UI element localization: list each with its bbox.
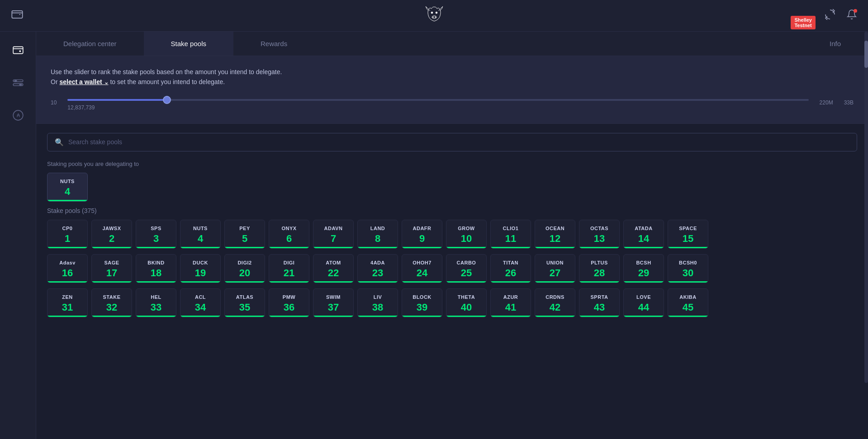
pool-card-adavn[interactable]: ADAVN 7 [313, 220, 354, 249]
delegating-pool-cards: NUTS 4 [47, 173, 857, 202]
pool-card-bcsh[interactable]: BCSH 29 [623, 254, 664, 283]
pool-card-acl[interactable]: ACL 34 [180, 288, 221, 317]
svg-point-1 [431, 12, 433, 14]
pool-card-octas[interactable]: OCTAS 13 [579, 220, 620, 249]
slider-max-label-1: 220M [820, 99, 833, 106]
select-wallet-link[interactable]: select a wallet ⌄ [59, 78, 108, 85]
pool-card-jawsx[interactable]: JAWSX 2 [91, 220, 132, 249]
svg-point-5 [435, 17, 436, 18]
tab-info[interactable]: Info [802, 32, 868, 56]
pool-card-pmw[interactable]: PMW 36 [269, 288, 309, 317]
pool-row-1: CP0 1 JAWSX 2 SPS 3 NUTS 4 PEY 5 ONYX 6 [47, 220, 857, 249]
pool-card-crdns[interactable]: CRDNS 42 [535, 288, 575, 317]
pool-card-block[interactable]: BLOCK 39 [402, 288, 442, 317]
tab-delegation-center[interactable]: Delegation center [36, 32, 144, 56]
pool-number-nuts: 4 [51, 186, 84, 198]
pool-card-azur[interactable]: AZUR 41 [490, 288, 531, 317]
wallet-button[interactable] [9, 6, 25, 25]
slider-max-labels: 220M 33B [820, 99, 854, 106]
search-icon: 🔍 [55, 138, 64, 146]
pool-card-duck[interactable]: DUCK 19 [180, 254, 221, 283]
search-input[interactable] [68, 138, 849, 146]
main-content: Use the slider to rank the stake pools b… [36, 56, 868, 317]
tab-rewards[interactable]: Rewards [233, 32, 314, 56]
pool-card-nuts-4[interactable]: NUTS 4 [180, 220, 221, 249]
tab-stake-pools[interactable]: Stake pools [144, 32, 233, 56]
pool-card-liv[interactable]: LIV 38 [357, 288, 398, 317]
sidebar: ₳ [0, 32, 36, 439]
pool-row-3: ZEN 31 STAKE 32 HEL 33 ACL 34 ATLAS 35 P… [47, 288, 857, 317]
svg-rect-0 [12, 10, 22, 18]
slider-min-label: 10 [51, 99, 57, 106]
sidebar-item-toggle[interactable] [9, 73, 28, 95]
pool-card-sprta[interactable]: SPRTA 43 [579, 288, 620, 317]
topbar-right: Shelley Testnet [816, 7, 859, 24]
pool-card-zen[interactable]: ZEN 31 [47, 288, 88, 317]
pool-card-grow[interactable]: GROW 10 [446, 220, 487, 249]
pool-card-cp0[interactable]: CP0 1 [47, 220, 88, 249]
svg-text:₳: ₳ [16, 113, 19, 118]
pool-card-bcsh0[interactable]: BCSH0 30 [668, 254, 708, 283]
pool-card-theta[interactable]: THETA 40 [446, 288, 487, 317]
pool-card-atada[interactable]: ATADA 14 [623, 220, 664, 249]
pool-card-4ada[interactable]: 4ADA 23 [357, 254, 398, 283]
pool-card-ohoh7[interactable]: OHOH7 24 [402, 254, 442, 283]
sidebar-item-ada[interactable]: ₳ [9, 106, 28, 127]
pool-card-atlas[interactable]: ATLAS 35 [224, 288, 265, 317]
app-logo [423, 4, 446, 26]
topbar-center [423, 4, 446, 28]
pool-card-clio1[interactable]: CLIO1 11 [490, 220, 531, 249]
slider-description: Use the slider to rank the stake pools b… [51, 67, 854, 87]
pool-card-pltus[interactable]: PLTUS 28 [579, 254, 620, 283]
notification-button[interactable] [844, 7, 859, 24]
pool-card-hel[interactable]: HEL 33 [136, 288, 176, 317]
sync-button[interactable] [823, 7, 837, 24]
pool-card-stake[interactable]: STAKE 32 [91, 288, 132, 317]
slider-section: Use the slider to rank the stake pools b… [36, 56, 868, 124]
delegating-pool-card-nuts[interactable]: NUTS 4 [47, 173, 88, 202]
pool-card-adafr[interactable]: ADAFR 9 [402, 220, 442, 249]
pool-card-bkind[interactable]: BKIND 18 [136, 254, 176, 283]
sidebar-item-wallet[interactable] [9, 41, 28, 62]
pool-card-sage[interactable]: SAGE 17 [91, 254, 132, 283]
svg-point-11 [19, 84, 21, 85]
pool-card-onyx[interactable]: ONYX 6 [269, 220, 309, 249]
scrollbar[interactable] [864, 32, 868, 383]
slider-value-display: 12,837,739 [67, 104, 808, 111]
pool-name-nuts: NUTS [51, 179, 84, 184]
pool-card-ocean[interactable]: OCEAN 12 [535, 220, 575, 249]
pool-row-2: Adasv 16 SAGE 17 BKIND 18 DUCK 19 DIGI2 … [47, 254, 857, 283]
pool-card-land[interactable]: LAND 8 [357, 220, 398, 249]
delegating-section: Staking pools you are delegating to NUTS… [36, 151, 868, 317]
pool-card-pey[interactable]: PEY 5 [224, 220, 265, 249]
topbar: Shelley Testnet [0, 0, 868, 32]
pool-card-atom[interactable]: ATOM 22 [313, 254, 354, 283]
pool-card-carbo[interactable]: CARBO 25 [446, 254, 487, 283]
pools-count-label: Stake pools (375) [47, 207, 857, 214]
slider-container: 12,837,739 [67, 94, 808, 111]
topbar-left [9, 6, 25, 25]
pool-card-swim[interactable]: SWIM 37 [313, 288, 354, 317]
pool-card-titan[interactable]: TITAN 26 [490, 254, 531, 283]
delegation-slider[interactable] [67, 99, 808, 101]
slider-max-label-2: 33B [844, 99, 854, 106]
pool-card-digi2[interactable]: DIGI2 20 [224, 254, 265, 283]
notification-dot [854, 9, 857, 13]
svg-point-4 [432, 17, 433, 18]
pool-card-love[interactable]: LOVE 44 [623, 288, 664, 317]
scrollbar-thumb[interactable] [864, 41, 868, 68]
pool-card-union[interactable]: UNION 27 [535, 254, 575, 283]
pool-card-digi[interactable]: DIGI 21 [269, 254, 309, 283]
pool-card-adasv[interactable]: Adasv 16 [47, 254, 88, 283]
svg-point-2 [436, 12, 437, 14]
pool-card-space[interactable]: SPACE 15 [668, 220, 708, 249]
search-box: 🔍 [47, 133, 857, 151]
svg-point-7 [19, 51, 20, 52]
pool-card-akiba[interactable]: AKIBA 45 [668, 288, 708, 317]
pool-card-sps[interactable]: SPS 3 [136, 220, 176, 249]
svg-rect-6 [13, 47, 23, 53]
search-section: 🔍 [36, 124, 868, 151]
shelley-badge: Shelley Testnet [791, 16, 816, 29]
nav-tabs: Delegation center Stake pools Rewards In… [36, 32, 868, 56]
svg-point-10 [14, 80, 16, 82]
